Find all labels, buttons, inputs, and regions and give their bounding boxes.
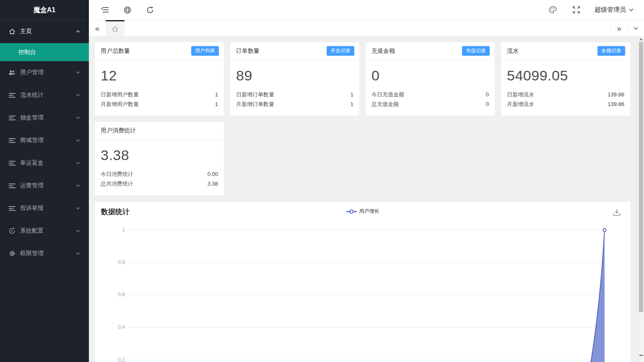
stat-row: 总充值金额 0 — [371, 99, 489, 109]
open-box-records-badge-button[interactable]: 开盒记录 — [327, 46, 354, 56]
legend-user-growth[interactable]: 用户增长 — [346, 208, 379, 215]
stat-card-flow: 流水 余额记录 54099.05 日新增流水 139.86 月新增流水 139.… — [501, 42, 631, 116]
sidebar-item-box-mgmt[interactable]: 抽盒管理 — [0, 106, 89, 129]
stat-card-users: 用户总数量 用户列表 12 日新增用户数量 1 月新增用户数量 1 — [94, 42, 224, 116]
stat-label: 日新增订单数量 — [236, 90, 274, 99]
sidebar-item-lucky-box[interactable]: 幸运盲盒 — [0, 152, 89, 174]
card-body: 89 日新增订单数量 1 月新增订单数量 1 — [230, 60, 359, 116]
sidebar-item-label: 投诉举报 — [20, 204, 75, 212]
data-statistics-chart-card: 数据统计 用户增长 1 0.8 0.6 0.4 0.2 www — [94, 202, 631, 362]
stat-label: 月新增流水 — [507, 99, 534, 109]
fullscreen-icon[interactable] — [571, 5, 581, 15]
y-axis-tick: 1 — [106, 227, 125, 233]
navbar-left — [89, 5, 548, 15]
sidebar-item-complaints[interactable]: 投诉举报 — [0, 197, 89, 220]
gear-icon — [8, 250, 16, 257]
stat-label: 总充值金额 — [371, 99, 399, 109]
sidebar-item-flow-stats[interactable]: 流水统计 — [0, 84, 89, 106]
user-menu[interactable]: 超级管理员 — [595, 6, 634, 14]
stat-number: 139.86 — [608, 90, 624, 99]
stat-row: 月新增用户数量 1 — [101, 99, 218, 109]
stat-row: 日新增流水 139.86 — [507, 90, 624, 99]
stat-cards-row: 用户总数量 用户列表 12 日新增用户数量 1 月新增用户数量 1 订单数量 开… — [94, 42, 631, 116]
sidebar: 魔盒A1 主页 控制台 用户管理 流水统计 抽盒管理 商城管理 — [0, 0, 89, 362]
scrollbar-thumb[interactable] — [639, 42, 643, 312]
legend-label: 用户增长 — [359, 208, 379, 215]
sidebar-item-label: 流水统计 — [20, 91, 75, 99]
stat-row: 日新增订单数量 1 — [236, 90, 353, 99]
users-icon — [8, 69, 16, 76]
recharge-records-badge-button[interactable]: 充值记录 — [462, 46, 490, 56]
card-header: 充值金额 充值记录 — [366, 42, 495, 60]
list-icon — [8, 92, 16, 99]
main-content: 用户总数量 用户列表 12 日新增用户数量 1 月新增用户数量 1 订单数量 开… — [89, 37, 638, 362]
stat-value: 0 — [371, 67, 489, 84]
download-chart-icon[interactable] — [613, 209, 621, 216]
sidebar-item-label: 权限管理 — [20, 250, 75, 257]
chevron-down-icon — [75, 115, 80, 120]
stat-card-orders: 订单数量 开盒记录 89 日新增订单数量 1 月新增订单数量 1 — [230, 42, 360, 116]
y-axis-tick: 0.2 — [106, 357, 125, 362]
stat-card-recharge: 充值金额 充值记录 0 今日充值金额 0 总充值金额 0 — [365, 42, 495, 116]
sidebar-item-permissions[interactable]: 权限管理 — [0, 242, 89, 265]
card-body: 54099.05 日新增流水 139.86 月新增流水 139.86 — [501, 60, 630, 116]
sidebar-item-mall-mgmt[interactable]: 商城管理 — [0, 129, 89, 152]
vertical-scrollbar[interactable] — [638, 37, 644, 362]
stat-label: 总共消费统计 — [101, 179, 133, 189]
stat-number: 139.86 — [608, 99, 624, 109]
sidebar-item-operations[interactable]: 运营管理 — [0, 174, 89, 197]
user-list-badge-button[interactable]: 用户列表 — [191, 46, 219, 56]
sidebar-item-console[interactable]: 控制台 — [0, 43, 89, 61]
stat-label: 今日充值金额 — [371, 90, 404, 99]
card-title: 流水 — [507, 47, 519, 55]
stat-value: 89 — [236, 67, 353, 84]
stat-label: 日新增流水 — [507, 90, 534, 99]
card-title: 订单数量 — [236, 47, 260, 55]
navbar-right: 超级管理员 — [548, 5, 644, 15]
stat-number: 1 — [215, 90, 218, 99]
refresh-icon[interactable] — [145, 5, 155, 15]
sidebar-item-label: 用户管理 — [20, 69, 75, 76]
list-icon — [8, 160, 16, 167]
stat-row: 总共消费统计 3.38 — [101, 179, 218, 189]
scrollbar-up-arrow-icon[interactable] — [639, 38, 643, 40]
sidebar-item-label: 商城管理 — [20, 137, 75, 144]
sidebar-item-label: 系统配置 — [20, 227, 75, 235]
app-logo: 魔盒A1 — [0, 0, 89, 20]
top-navbar: 超级管理员 — [89, 0, 644, 20]
tabs-scroll-left-button[interactable]: « — [89, 20, 106, 36]
card-header: 流水 余额记录 — [501, 42, 630, 60]
list-icon — [8, 205, 16, 212]
scrollbar-down-arrow-icon[interactable] — [639, 355, 643, 356]
tabs-menu-button[interactable] — [627, 20, 644, 36]
y-axis-tick: 0.4 — [106, 324, 125, 330]
card-body: 0 今日充值金额 0 总充值金额 0 — [366, 60, 495, 116]
collapse-sidebar-icon[interactable] — [100, 5, 110, 15]
sidebar-item-users[interactable]: 用户管理 — [0, 61, 89, 84]
home-icon — [8, 28, 16, 35]
tabs-scroll-right-button[interactable]: » — [610, 20, 627, 36]
balance-records-badge-button[interactable]: 余额记录 — [597, 46, 625, 56]
stat-value: 3.38 — [101, 147, 218, 163]
card-header: 用户消费统计 — [95, 122, 224, 140]
card-title: 用户总数量 — [101, 47, 130, 55]
chevron-down-icon — [75, 138, 80, 143]
chevron-down-icon — [633, 26, 639, 31]
card-body: 12 日新增用户数量 1 月新增用户数量 1 — [95, 60, 224, 116]
card-title: 用户消费统计 — [101, 127, 136, 134]
chevron-down-icon — [75, 228, 80, 233]
card-title: 充值金额 — [371, 47, 395, 55]
stat-number: 1 — [215, 99, 218, 109]
sidebar-item-system-config[interactable]: 系统配置 — [0, 220, 89, 242]
sidebar-item-home[interactable]: 主页 — [0, 20, 89, 43]
stat-card-consumption: 用户消费统计 3.38 今日消费统计 0.00 总共消费统计 3.38 — [94, 122, 224, 196]
list-icon — [8, 137, 16, 144]
tab-home[interactable] — [106, 20, 125, 36]
stat-value: 12 — [101, 67, 218, 84]
chevron-down-icon — [75, 93, 80, 98]
theme-palette-icon[interactable] — [548, 5, 558, 15]
chevron-down-icon — [75, 160, 80, 165]
language-globe-icon[interactable] — [122, 5, 132, 15]
stat-number: 0.00 — [208, 169, 218, 179]
chevron-down-icon — [75, 70, 80, 75]
